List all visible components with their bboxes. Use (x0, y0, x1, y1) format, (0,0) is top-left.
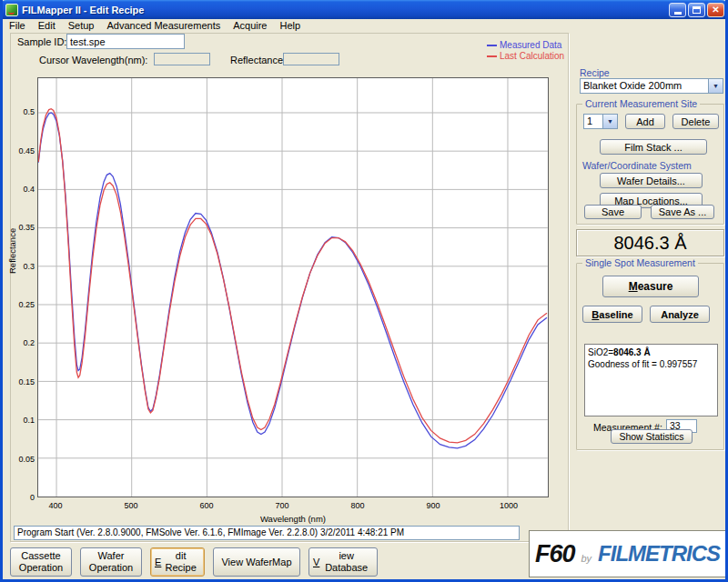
x-tick-label: 400 (40, 501, 71, 510)
y-tick-label: 0.1 (14, 416, 35, 425)
x-tick-label: 700 (267, 501, 298, 510)
x-tick-label: 500 (116, 501, 147, 510)
sample-id-label: Sample ID: (17, 36, 66, 47)
single-spot-group: Single Spot Measurement Measure Baseline… (576, 263, 724, 450)
view-wafermap-button[interactable]: View WaferMap (213, 547, 300, 577)
show-statistics-button[interactable]: Show Statistics (611, 429, 693, 444)
add-button[interactable]: Add (625, 114, 665, 129)
menu-file[interactable]: File (3, 20, 32, 31)
menu-acquire[interactable]: Acquire (227, 20, 273, 31)
edit-recipe-button[interactable]: Edit Recipe (150, 547, 205, 577)
y-tick-label: 0 (14, 493, 35, 502)
sample-id-input[interactable] (66, 34, 185, 49)
menu-setup[interactable]: Setup (62, 20, 101, 31)
y-tick-label: 0.15 (14, 377, 35, 386)
y-tick-label: 0.35 (14, 223, 35, 232)
y-tick-label: 0.25 (14, 300, 35, 309)
minimize-icon (674, 12, 682, 15)
film-stack-button[interactable]: Film Stack ... (600, 139, 707, 155)
legend-last-calc: Last Calculation (487, 51, 564, 62)
site-combobox[interactable]: 1 ▼ (583, 114, 618, 129)
single-spot-group-label: Single Spot Measurement (582, 257, 698, 268)
last-calc-line-swatch (487, 55, 497, 57)
y-tick-label: 0.4 (14, 185, 35, 194)
spectrum-curves (38, 78, 548, 497)
x-tick-label: 600 (191, 501, 222, 510)
logo-brand: FILMETRICS (598, 541, 720, 567)
baseline-button[interactable]: Baseline (582, 306, 642, 323)
wafer-details-button[interactable]: Wafer Details... (600, 173, 703, 188)
menu-advanced-measurements[interactable]: Advanced Measurements (100, 20, 227, 31)
status-bar: Program Start (Ver. 2.8.0.9000, FMSolve … (14, 526, 520, 540)
menu-help[interactable]: Help (273, 20, 307, 31)
spectrum-chart: Reflectance Wavelength (nm) 400500600700… (14, 69, 565, 524)
result-thickness-line: SiO2=8046.3 Å (588, 346, 714, 358)
x-axis-title: Wavelength (nm) (37, 514, 549, 524)
recipe-label: Recipe (580, 67, 610, 78)
recipe-dropdown-arrow-icon[interactable]: ▼ (709, 78, 723, 94)
analyze-button[interactable]: Analyze (650, 306, 710, 323)
chart-legend: Measured Data Last Calculation (487, 40, 564, 62)
bottom-nav: Cassette Operation Wafer Operation Edit … (10, 547, 378, 577)
y-tick-label: 0.5 (14, 107, 35, 116)
save-button[interactable]: Save (584, 205, 642, 219)
logo-model: F60 (535, 540, 575, 568)
maximize-button[interactable] (688, 3, 705, 17)
y-tick-label: 0.45 (14, 146, 35, 156)
view-database-button[interactable]: View Database (308, 547, 378, 577)
save-as-button[interactable]: Save As ... (651, 205, 714, 219)
x-tick-label: 900 (418, 501, 449, 510)
recipe-combobox[interactable]: Blanket Oxide 200mm ▼ (580, 78, 723, 94)
site-combobox-value: 1 (583, 114, 603, 129)
reflectance-field (283, 53, 339, 65)
minimize-button[interactable] (669, 3, 686, 17)
window-title: FILMapper II - Edit Recipe (22, 5, 667, 15)
close-icon: ✕ (712, 5, 719, 15)
thickness-display: 8046.3 Å (576, 229, 724, 256)
measure-button[interactable]: Measure (602, 276, 699, 297)
app-icon (5, 4, 18, 16)
measurement-site-group-label: Current Measurement Site (582, 98, 700, 109)
legend-measured-label: Measured Data (500, 40, 561, 51)
logo-by: by (581, 553, 592, 564)
site-dropdown-arrow-icon[interactable]: ▼ (603, 114, 618, 129)
y-tick-label: 0.05 (14, 455, 35, 464)
cursor-wavelength-label: Cursor Wavelength(nm): (39, 55, 147, 65)
x-tick-label: 1000 (493, 501, 524, 510)
cassette-operation-button[interactable]: Cassette Operation (10, 547, 72, 577)
title-bar: FILMapper II - Edit Recipe ✕ (0, 0, 728, 19)
measured-line-swatch (487, 45, 497, 46)
result-box: SiO2=8046.3 Å Goodness of fit = 0.997557 (584, 344, 718, 416)
x-tick-label: 800 (342, 501, 373, 510)
wafer-system-label: Wafer/Coordinate System (582, 160, 692, 171)
y-tick-label: 0.2 (14, 338, 35, 347)
plot-area[interactable] (37, 77, 549, 497)
delete-button[interactable]: Delete (672, 114, 719, 129)
reflectance-label: Reflectance: (230, 55, 286, 65)
legend-last-calc-label: Last Calculation (500, 51, 564, 62)
menu-bar: File Edit Setup Advanced Measurements Ac… (3, 19, 725, 32)
cursor-wavelength-field (154, 53, 210, 65)
legend-measured: Measured Data (487, 40, 564, 51)
y-tick-label: 0.3 (14, 262, 35, 271)
menu-edit[interactable]: Edit (32, 20, 62, 31)
result-thickness-value: 8046.3 Å (613, 347, 651, 357)
recipe-combobox-value: Blanket Oxide 200mm (580, 78, 709, 94)
result-material-label: SiO2= (588, 347, 613, 357)
close-button[interactable]: ✕ (707, 3, 724, 17)
maximize-icon (693, 6, 701, 14)
brand-logo: F60 by FILMETRICS (529, 530, 726, 577)
wafer-operation-button[interactable]: Wafer Operation (80, 547, 142, 577)
result-goodness-line: Goodness of fit = 0.997557 (588, 358, 714, 370)
